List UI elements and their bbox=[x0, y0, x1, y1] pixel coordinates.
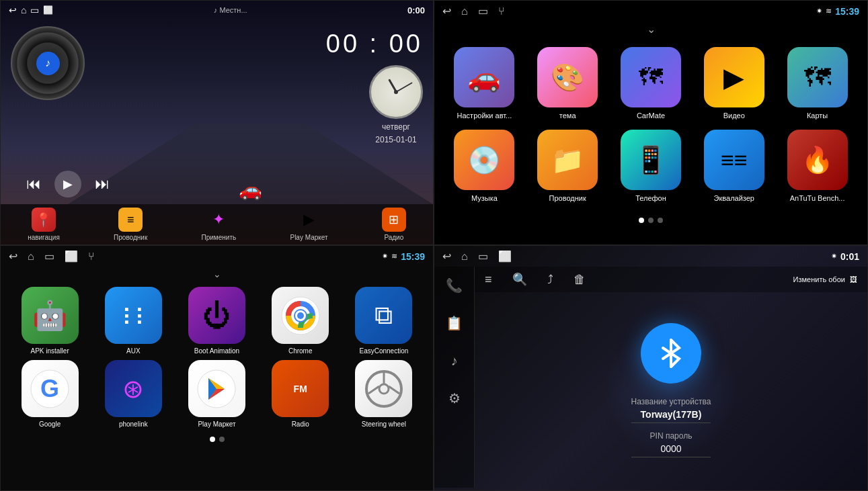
q3-back-icon[interactable]: ↩ bbox=[9, 250, 17, 263]
app-settings[interactable]: 🚗 Настройки авт... bbox=[444, 44, 524, 123]
q2-chevron: ⌄ bbox=[434, 21, 867, 37]
bluetooth-quadrant: ↩ ⌂ ▭ ⬜ ✷ 0:01 📞 📋 ♪ ⚙ ≡ 🔍 ⤴ 🗑 bbox=[434, 245, 868, 491]
app-antutu[interactable]: 🔥 AnTuTu Bench... bbox=[777, 126, 857, 206]
app-easyconn[interactable]: ⧉ EasyConnection bbox=[345, 287, 423, 355]
sidebar-phonebook-icon[interactable]: 📋 bbox=[442, 311, 467, 335]
prev-button[interactable]: ⏮ bbox=[26, 175, 41, 193]
app-chrome[interactable]: Chrome bbox=[262, 287, 340, 355]
app-theme[interactable]: 🎨 тема bbox=[528, 44, 608, 123]
q2-nav-icons: ↩ ⌂ ▭ ⑂ bbox=[442, 5, 505, 17]
q3-bluetooth-icon: ✷ bbox=[382, 252, 388, 261]
page-dot-3 bbox=[658, 218, 663, 223]
google-icon: G bbox=[22, 360, 79, 417]
app-apply-label: Применить bbox=[202, 234, 237, 241]
q4-home-icon[interactable]: ⌂ bbox=[461, 251, 468, 263]
app-playmarket[interactable]: ▶ Play Маркет bbox=[290, 208, 327, 241]
app-radio2[interactable]: FM Radio bbox=[262, 360, 340, 428]
sidebar-phone-icon[interactable]: 📞 bbox=[442, 273, 467, 298]
app-video-label: Видео bbox=[723, 111, 745, 120]
page-dot-1 bbox=[639, 218, 644, 223]
app-boot[interactable]: ⏻ Boot Animation bbox=[177, 287, 255, 355]
app-settings-label: Настройки авт... bbox=[457, 111, 512, 120]
app-chrome-label: Chrome bbox=[288, 347, 313, 355]
q4-status-bar: ↩ ⌂ ▭ ⬜ ✷ 0:01 bbox=[434, 246, 867, 267]
app-antutu-label: AnTuTu Bench... bbox=[790, 194, 845, 202]
play-button[interactable]: ▶ bbox=[54, 171, 81, 197]
app-steering[interactable]: Steering wheel bbox=[345, 360, 423, 428]
change-wallpaper-button[interactable]: Изменить обои 🖼 bbox=[793, 275, 857, 283]
app-grid-quadrant: ↩ ⌂ ▭ ⑂ ✷ ≋ 15:39 ⌄ 🚗 Настройки авт... 🎨… bbox=[434, 0, 868, 245]
app-carmate[interactable]: 🗺 CarMate bbox=[611, 44, 691, 123]
q1-back-icon[interactable]: ↩ bbox=[9, 5, 17, 15]
app-theme-label: тема bbox=[559, 111, 576, 120]
svg-text:G: G bbox=[40, 375, 59, 402]
bluetooth-icon-large bbox=[641, 323, 701, 384]
app-files[interactable]: 📁 Проводник bbox=[528, 126, 608, 206]
q3-window-icon[interactable]: ▭ bbox=[44, 250, 54, 263]
next-button[interactable]: ⏭ bbox=[95, 175, 110, 193]
bt-device-info: Название устройства Torway(177B) PIN пар… bbox=[631, 397, 711, 457]
app-navi-label: навигация bbox=[28, 234, 60, 241]
q2-home-icon[interactable]: ⌂ bbox=[461, 5, 468, 17]
q4-layout: 📞 📋 ♪ ⚙ ≡ 🔍 ⤴ 🗑 Изменить обои 🖼 bbox=[434, 267, 867, 488]
clock-widget bbox=[369, 65, 423, 119]
q1-home-icon[interactable]: ⌂ bbox=[21, 5, 26, 15]
svg-line-16 bbox=[389, 386, 399, 394]
boot-icon: ⏻ bbox=[188, 287, 245, 344]
sidebar-stream-icon[interactable]: ♪ bbox=[442, 349, 467, 373]
easyconn-icon: ⧉ bbox=[355, 287, 412, 344]
toolbar-list-icon[interactable]: ≡ bbox=[485, 273, 492, 287]
q4-bluetooth-icon: ✷ bbox=[831, 252, 837, 261]
video-icon: ▶ bbox=[704, 47, 764, 107]
q4-nav-icons: ↩ ⌂ ▭ ⬜ bbox=[442, 250, 512, 263]
app-playmarket2[interactable]: Play Маркет bbox=[177, 360, 255, 428]
app-video[interactable]: ▶ Видео bbox=[694, 44, 774, 123]
q3-status-bar: ↩ ⌂ ▭ ⬜ ⑂ ✷ ≋ 15:39 bbox=[1, 246, 433, 267]
pin-value: 0000 bbox=[631, 443, 711, 457]
svg-point-4 bbox=[297, 312, 304, 319]
app-google[interactable]: G Google bbox=[11, 360, 89, 428]
app-radio[interactable]: ⊞ Радио bbox=[382, 208, 406, 241]
q2-status-bar: ↩ ⌂ ▭ ⑂ ✷ ≋ 15:39 bbox=[434, 1, 867, 21]
q4-back-icon[interactable]: ↩ bbox=[442, 250, 451, 263]
q4-photo-icon: ⬜ bbox=[498, 250, 512, 263]
q2-time: 15:39 bbox=[835, 6, 859, 17]
q2-window-icon[interactable]: ▭ bbox=[478, 5, 488, 17]
settings-icon: 🚗 bbox=[454, 47, 514, 107]
app-equalizer[interactable]: ≡≡ Эквалайзер bbox=[694, 126, 774, 206]
toolbar-share-icon[interactable]: ⤴ bbox=[547, 273, 553, 287]
q3-page-indicators bbox=[1, 433, 433, 445]
toolbar-search-icon[interactable]: 🔍 bbox=[512, 272, 527, 287]
q3-home-icon[interactable]: ⌂ bbox=[28, 251, 34, 263]
device-name-value: Torway(177B) bbox=[631, 409, 711, 423]
app-apk[interactable]: 🤖 APK installer bbox=[11, 287, 89, 355]
app-files-label: Проводник bbox=[549, 194, 586, 202]
phonelink-icon: ⊛ bbox=[105, 360, 162, 417]
app-drawer-quadrant: ↩ ⌂ ▭ ⬜ ⑂ ✷ ≋ 15:39 ⌄ 🤖 APK installer ⫶⫶… bbox=[0, 245, 434, 491]
q1-music-label: ♪ Местн... bbox=[214, 6, 247, 14]
app-explorer[interactable]: ≡ Проводник bbox=[114, 208, 147, 241]
q1-window-icon[interactable]: ▭ bbox=[30, 5, 39, 15]
q4-time: 0:01 bbox=[840, 251, 859, 262]
q2-wifi-icon: ≋ bbox=[826, 7, 832, 15]
q1-screenshot-icon[interactable]: ⬜ bbox=[43, 5, 53, 15]
app-navi[interactable]: 📍 навигация bbox=[28, 208, 60, 241]
app-music[interactable]: 💿 Музыка bbox=[444, 126, 524, 206]
app-maps[interactable]: 🗺 Карты bbox=[777, 44, 857, 123]
q2-usb-icon: ⑂ bbox=[498, 5, 505, 17]
q2-back-icon[interactable]: ↩ bbox=[442, 5, 451, 17]
app-playmarket2-label: Play Маркет bbox=[198, 420, 235, 428]
app-carmate-label: CarMate bbox=[637, 111, 665, 120]
app-phonelink[interactable]: ⊛ phonelink bbox=[94, 360, 172, 428]
app-apply[interactable]: ✦ Применить bbox=[202, 208, 237, 241]
toolbar-delete-icon[interactable]: 🗑 bbox=[574, 273, 586, 287]
sidebar-settings-icon[interactable]: ⚙ bbox=[442, 386, 467, 410]
car-icon: 🚗 bbox=[239, 179, 262, 201]
apk-icon: 🤖 bbox=[22, 287, 79, 344]
vinyl-record: ♪ bbox=[11, 26, 85, 100]
app-phone[interactable]: 📱 Телефон bbox=[611, 126, 691, 206]
page-dot-2 bbox=[648, 218, 654, 223]
q4-toolbar: ≡ 🔍 ⤴ 🗑 Изменить обои 🖼 bbox=[475, 267, 867, 292]
q4-window-icon[interactable]: ▭ bbox=[478, 250, 488, 263]
app-aux[interactable]: ⫶⫶ AUX bbox=[94, 287, 172, 355]
